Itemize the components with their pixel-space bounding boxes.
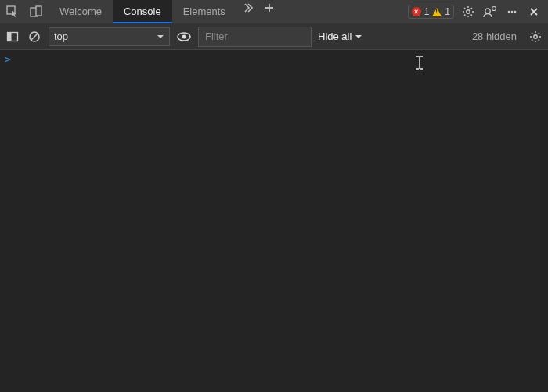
device-toolbar-icon[interactable] xyxy=(28,4,44,20)
svg-point-14 xyxy=(182,34,186,38)
add-tab-icon[interactable] xyxy=(258,0,280,16)
live-expression-icon[interactable] xyxy=(176,29,192,45)
svg-rect-10 xyxy=(8,32,12,41)
tab-console[interactable]: Console xyxy=(113,0,172,23)
more-tabs-icon[interactable] xyxy=(236,0,258,16)
log-level-value: Hide all xyxy=(318,31,352,42)
tab-welcome[interactable]: Welcome xyxy=(49,0,113,23)
svg-point-7 xyxy=(511,11,514,13)
account-icon[interactable] xyxy=(482,4,498,20)
svg-point-3 xyxy=(467,10,470,13)
inspect-element-icon[interactable] xyxy=(5,4,20,20)
text-cursor-icon xyxy=(415,55,424,70)
warning-icon xyxy=(432,8,442,16)
console-prompt: > xyxy=(5,53,11,65)
settings-icon[interactable] xyxy=(460,4,476,20)
tab-elements[interactable]: Elements xyxy=(172,0,236,23)
error-count: 1 xyxy=(424,6,430,17)
issue-badges[interactable]: × 1 1 xyxy=(408,5,454,19)
log-level-selector[interactable]: Hide all xyxy=(318,31,362,42)
chevron-down-icon xyxy=(157,33,164,41)
context-selector[interactable]: top xyxy=(49,27,170,46)
toggle-sidebar-icon[interactable] xyxy=(5,29,20,45)
console-output[interactable]: > xyxy=(0,50,548,392)
svg-point-5 xyxy=(492,7,496,11)
hidden-count[interactable]: 28 hidden xyxy=(472,31,517,42)
tab-label: Welcome xyxy=(59,5,102,17)
svg-point-15 xyxy=(534,34,537,38)
close-icon[interactable] xyxy=(526,4,542,20)
kebab-menu-icon[interactable] xyxy=(504,4,520,20)
tabbar-left-icons xyxy=(0,0,49,23)
warning-count: 1 xyxy=(445,6,450,17)
tab-label: Elements xyxy=(183,5,225,17)
console-toolbar: top Hide all 28 hidden xyxy=(0,23,548,50)
svg-point-6 xyxy=(508,11,510,13)
svg-point-8 xyxy=(514,11,517,13)
context-value: top xyxy=(54,31,68,42)
clear-console-icon[interactable] xyxy=(27,29,42,45)
devtools-tabbar: Welcome Console Elements × 1 1 xyxy=(0,0,548,23)
svg-rect-2 xyxy=(36,6,41,16)
svg-line-12 xyxy=(31,34,38,40)
chevron-down-icon xyxy=(355,33,362,41)
error-icon: × xyxy=(412,7,421,16)
tabbar-right-icons: × 1 1 xyxy=(402,0,548,23)
svg-point-4 xyxy=(485,9,490,13)
tab-label: Console xyxy=(124,5,161,17)
console-settings-icon[interactable] xyxy=(528,29,543,45)
filter-input[interactable] xyxy=(198,27,312,47)
